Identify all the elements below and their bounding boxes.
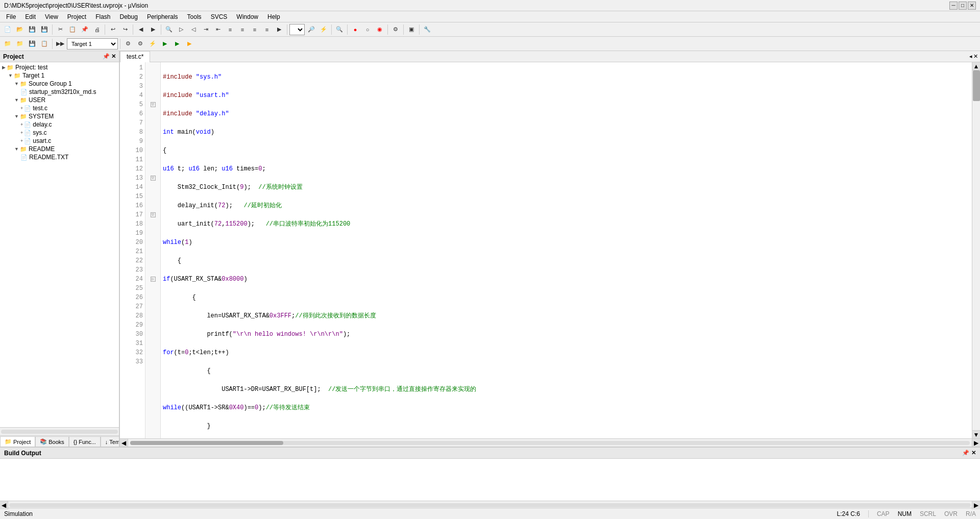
tree-project-root[interactable]: ▶ 📁 Project: test [0, 63, 119, 71]
tb11[interactable]: ≡ [249, 24, 260, 35]
tree-startup-file[interactable]: 📄 startup_stm32f10x_md.s [0, 88, 119, 96]
device-select[interactable] [289, 24, 305, 35]
debug-reset[interactable]: ◉ [374, 24, 385, 35]
open-button[interactable]: 📂 [14, 24, 26, 35]
editor-tab-close[interactable]: ✕ [973, 53, 978, 60]
target-select[interactable]: Target 1 [67, 38, 118, 50]
minimize-button[interactable]: ─ [949, 2, 958, 10]
scroll-down-btn[interactable]: ▼ [972, 430, 980, 438]
cut-button[interactable]: ✂ [55, 24, 66, 35]
tree-target1[interactable]: ▼ 📁 Target 1 [0, 71, 119, 80]
tb10[interactable]: ≡ [237, 24, 248, 35]
code-editor[interactable]: 1 2 3 4 5 6 7 8 9 10 11 12 13 14 15 16 1… [120, 62, 980, 438]
tb8[interactable]: ⇤ [212, 24, 224, 35]
tb-settings[interactable]: ⚙ [390, 24, 401, 35]
build-close-btn[interactable]: ✕ [971, 450, 976, 456]
undo-button[interactable]: ↩ [107, 24, 118, 35]
print-button[interactable]: 🖨 [91, 24, 103, 35]
build-btn3[interactable]: 💾 [27, 38, 38, 50]
find-button[interactable]: 🔍 [163, 24, 175, 35]
menu-help[interactable]: Help [263, 12, 284, 21]
project-panel-close[interactable]: ✕ [111, 53, 116, 60]
close-button[interactable]: ✕ [968, 2, 976, 10]
editor-hscrollbar[interactable]: ◀ ▶ [120, 438, 980, 447]
tab-project[interactable]: 📁 Project [0, 436, 35, 447]
fold-13[interactable]: ▽ [151, 176, 156, 181]
code-content[interactable]: #include "sys.h" #include "usart.h" #inc… [161, 62, 972, 438]
fold-24[interactable]: ▷ [151, 277, 156, 282]
menu-tools[interactable]: Tools [183, 12, 206, 21]
tb12[interactable]: ≡ [261, 24, 273, 35]
tree-user-group[interactable]: ▼ 📁 USER [0, 96, 119, 104]
hscroll-thumb[interactable] [130, 441, 283, 445]
menu-window[interactable]: Window [232, 12, 262, 21]
windows-btn[interactable]: ▣ [406, 24, 417, 35]
build-pin-btn[interactable]: 📌 [962, 450, 969, 456]
run-btn[interactable]: ▶▶ [55, 38, 66, 50]
tree-source-group1[interactable]: ▼ 📁 Source Group 1 [0, 80, 119, 88]
tree-delayc[interactable]: + 📄 delay.c [0, 120, 119, 129]
tab-books[interactable]: 📚 Books [35, 436, 69, 447]
tree-sysc[interactable]: + 📄 sys.c [0, 129, 119, 137]
build-btn4[interactable]: 📋 [39, 38, 50, 50]
build-btn1[interactable]: 📁 [2, 38, 13, 50]
tree-readme-group[interactable]: ▼ 📁 README [0, 145, 119, 153]
menu-edit[interactable]: Edit [21, 12, 40, 21]
scroll-up-btn[interactable]: ▲ [972, 62, 980, 70]
flash-btn4[interactable]: ▶ [184, 38, 195, 50]
tab-functions[interactable]: {} Func... [69, 436, 101, 447]
nav-back-button[interactable]: ◀ [135, 24, 146, 35]
menu-flash[interactable]: Flash [91, 12, 114, 21]
scroll-left-btn[interactable]: ◀ [120, 439, 128, 447]
scroll-right-btn[interactable]: ▶ [972, 439, 980, 447]
flash-btn3[interactable]: ▶ [172, 38, 183, 50]
tb15[interactable]: ⚡ [318, 24, 329, 35]
save-all-button[interactable]: 💾 [39, 24, 50, 35]
maximize-button[interactable]: □ [959, 2, 967, 10]
flash-btn1[interactable]: ⚡ [147, 38, 158, 50]
redo-button[interactable]: ↪ [119, 24, 131, 35]
debug-stop[interactable]: ○ [362, 24, 373, 35]
editor-vscrollbar[interactable]: ▲ ▼ [972, 62, 980, 438]
menu-debug[interactable]: Debug [116, 12, 142, 21]
save-button[interactable]: 💾 [27, 24, 38, 35]
scroll-track[interactable] [972, 70, 980, 430]
menu-project[interactable]: Project [63, 12, 90, 21]
tb6[interactable]: ◁ [188, 24, 199, 35]
tree-testc-group[interactable]: + 📄 test.c [0, 104, 119, 112]
tb7[interactable]: ⇥ [200, 24, 211, 35]
project-panel-pin[interactable]: 📌 [103, 53, 110, 60]
menu-file[interactable]: File [2, 12, 20, 21]
fold-5[interactable]: ▽ [151, 102, 156, 107]
tree-usartc[interactable]: + 📄 usart.c [0, 137, 119, 145]
editor-tab-testc[interactable]: test.c* [120, 51, 150, 62]
project-hscroll-track[interactable] [1, 430, 118, 434]
build-scroll-left[interactable]: ◀ [0, 501, 8, 509]
fold-17[interactable]: ▽ [151, 212, 156, 217]
paste-button[interactable]: 📌 [79, 24, 90, 35]
manage-btn[interactable]: ⚙ [135, 38, 146, 50]
scroll-thumb[interactable] [973, 70, 980, 101]
options-btn[interactable]: ⚙ [122, 38, 134, 50]
menu-svcs[interactable]: SVCS [207, 12, 232, 21]
build-hscroll-track[interactable] [9, 503, 971, 507]
tab-templates[interactable]: ↓ Tem... [101, 436, 120, 447]
nav-fwd-button[interactable]: ▶ [148, 24, 159, 35]
editor-tab-pin[interactable]: ◂ [969, 53, 972, 60]
wrench-btn[interactable]: 🔧 [422, 24, 433, 35]
menu-view[interactable]: View [41, 12, 62, 21]
hscroll-track[interactable] [130, 441, 970, 445]
copy-button[interactable]: 📋 [67, 24, 78, 35]
tree-readmetxt[interactable]: 📄 README.TXT [0, 153, 119, 161]
build-btn2[interactable]: 📁 [14, 38, 26, 50]
tree-system-group[interactable]: ▼ 📁 SYSTEM [0, 112, 119, 120]
debug-start[interactable]: ● [350, 24, 361, 35]
menu-peripherals[interactable]: Peripherals [143, 12, 182, 21]
tb9[interactable]: ≡ [225, 24, 236, 35]
zoom-btn[interactable]: 🔍 [334, 24, 345, 35]
tb5[interactable]: ▷ [176, 24, 187, 35]
flash-btn2[interactable]: ▶ [159, 38, 170, 50]
build-scroll-right[interactable]: ▶ [972, 501, 980, 509]
new-file-button[interactable]: 📄 [2, 24, 13, 35]
tb13[interactable]: ▶ [274, 24, 285, 35]
